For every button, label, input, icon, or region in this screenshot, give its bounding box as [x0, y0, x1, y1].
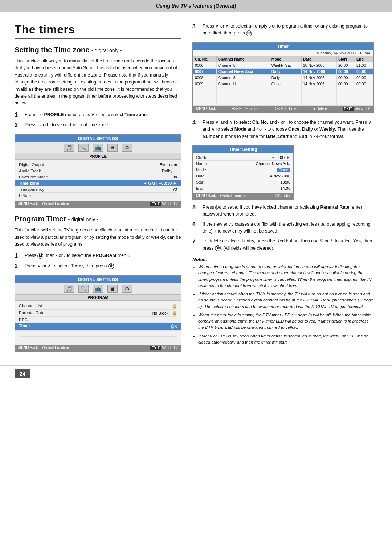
ds-icon-1: 🎵	[64, 144, 74, 152]
timer-col-ch: Ch. No.	[193, 56, 217, 62]
step-6: 6 If the new entry causes a conflict wit…	[192, 221, 374, 235]
ds-row-timer: Timer OK	[15, 323, 181, 331]
ok-circle-step5: OK	[215, 205, 221, 210]
ds-prog-icon-4: 🖥	[107, 285, 118, 293]
ds-row-epg: EPG	[19, 317, 177, 323]
steps-5-7: 5 Press OK to save. If you have locked c…	[192, 204, 374, 252]
ds-icon-2: 🔍	[78, 144, 89, 152]
ds-row-iplate: I-Plate	[19, 193, 177, 198]
section-time-zone: Setting the Time zone - digital only - T…	[15, 46, 181, 208]
ts-row-chno: Ch.No. ◄ 0007 ►	[196, 155, 290, 161]
ds-icons-row: 🎵 🔍 📺 🖥 ⚙	[15, 142, 181, 153]
ds-icons-row-program: 🎵 🔍 📺 🖥 ⚙	[15, 283, 181, 295]
program-timer-steps: 1 Press M, then ‹ or › to select the PRO…	[15, 252, 181, 270]
table-row: 0006 Channel 5 Weekly-Sat 18 Nov 2006 20…	[193, 62, 373, 68]
left-column: The timers Setting the Time zone - digit…	[15, 23, 181, 358]
ds-icon-5: ⚙	[122, 144, 132, 152]
ts-row-mode: Mode Once	[196, 167, 290, 173]
timer-table-footer: MENU Back ✦Select Function OK Edit Timer…	[193, 106, 373, 112]
ok-circle-timer-row: OK	[171, 324, 177, 329]
step-2-timezone: 2 Press ‹ and › to select the local time…	[15, 122, 181, 129]
ds-icon-4: 🖥	[107, 144, 118, 152]
ds-profile-footer: MENU Back ✦Select Function EXIT Watch TV	[15, 201, 181, 208]
ds-program-title-bar: DIGITAL SETTINGS	[15, 276, 181, 283]
ts-footer: MENU Back ✦Select Function OK Enter	[193, 193, 293, 199]
ds-prog-icon-2: 🔍	[78, 285, 89, 293]
page-title: The timers	[15, 23, 181, 39]
main-content: The timers Setting the Time zone - digit…	[0, 12, 392, 365]
ds-row-time-zone: Time zone ◄ GMT +08:30 ►	[15, 180, 181, 186]
ts-row-end: End 14:00	[196, 185, 290, 191]
step4-container: 4 Press ∨ and ∧ to select Ch. No. and ‹ …	[192, 119, 374, 140]
timer-col-name: Channel Name	[216, 56, 270, 62]
ds-prog-icon-5: ⚙	[122, 285, 132, 293]
timezone-body-text: This function allows you to manually set…	[15, 58, 181, 107]
ds-row-digital-output: Digital Output Bitstream	[19, 162, 177, 168]
ds-icon-3: 📺	[93, 144, 103, 152]
exit-key-program: EXIT	[150, 346, 161, 350]
program-timer-body: This function will set the TV to go to a…	[15, 227, 181, 248]
timer-date-row: Tuesday, 14 Nov 2006 06:44	[193, 50, 373, 56]
right-column: 3 Press ∨ or ∧ to select an empty slot t…	[192, 23, 374, 358]
timezone-steps: 1 From the PROFILE menu, press ∨ or ∧ to…	[15, 111, 181, 130]
ok-circle-step7: OK	[215, 245, 221, 251]
page-number-bar: 24	[0, 365, 392, 382]
notes-list: When a timed program is about to start, …	[192, 264, 374, 345]
timer-setting-screen: Timer Setting Ch.No. ◄ 0007 ►	[192, 145, 294, 200]
ds-row-parental-rate: Parental Rate No Block 🔒	[19, 310, 177, 317]
timer-setting-title: Timer Setting	[193, 146, 293, 153]
ds-row-empty1	[19, 331, 177, 337]
timer-table: Ch. No. Channel Name Mode Date Start End…	[193, 56, 373, 106]
table-row-highlighted: 0007 Channel News Asia Daily 14 Nov 2006…	[193, 68, 373, 74]
notes-section: Notes: When a timed program is about to …	[192, 257, 374, 345]
step-7: 7 To delete a selected entry, press the …	[192, 238, 374, 252]
timer-table-screen: Timer Tuesday, 14 Nov 2006 06:44 Ch. No.…	[192, 42, 374, 113]
ds-row-channel-list: Channel List 🔒	[19, 303, 177, 310]
menu-key-circle: M	[37, 253, 43, 259]
ds-row-empty2	[19, 337, 177, 342]
digital-settings-profile-screen: DIGITAL SETTINGS 🎵 🔍 📺 🖥 ⚙ PROFILE Digit…	[15, 134, 181, 208]
note-item: If timer action occurs when the TV is in…	[198, 291, 374, 310]
ok-circle-step3: OK	[246, 30, 252, 36]
ds-program-body: Channel List 🔒 Parental Rate No Block 🔒 …	[15, 301, 181, 345]
ds-section-label-profile: PROFILE	[15, 153, 181, 160]
ts-row-start: Start 13:00	[196, 179, 290, 185]
table-row-empty	[193, 99, 373, 105]
section-heading-program-timer: Program Timer - digital only -	[15, 215, 181, 223]
step-1-timezone: 1 From the PROFILE menu, press ∨ or ∧ to…	[15, 111, 181, 119]
ds-row-favourite-mode: Favourite Mode On	[19, 174, 177, 180]
timer-col-end: End	[355, 56, 373, 62]
step3-container: 3 Press ∨ or ∧ to select an empty slot t…	[192, 23, 374, 37]
table-row: 0008 Channel 8 Daily 14 Nov 2006 00:00 0…	[193, 74, 373, 81]
timer-setting-body: Ch.No. ◄ 0007 ► Name Channel News Asia	[193, 153, 293, 193]
timer-col-date: Date	[301, 56, 336, 62]
note-item: When a timed program is about to start, …	[198, 264, 374, 289]
ds-profile-body: Digital Output Bitstream Audio Track Dol…	[15, 160, 181, 201]
ok-circle-step2: OK	[108, 263, 114, 269]
step-4: 4 Press ∨ and ∧ to select Ch. No. and ‹ …	[192, 119, 374, 140]
ds-prog-icon-3: 📺	[93, 285, 103, 293]
header-title: Using the TV's features (General)	[156, 3, 236, 9]
section-heading-timezone: Setting the Time zone - digital only -	[15, 46, 181, 54]
ds-row-transparency: Transparency 70	[19, 186, 177, 193]
exit-key-timer: EXIT	[343, 107, 354, 111]
page-wrapper: Using the TV's features (General) The ti…	[0, 0, 392, 554]
step-3: 3 Press ∨ or ∧ to select an empty slot t…	[192, 23, 374, 37]
ds-prog-icon-1: 🎵	[64, 285, 74, 293]
page-header: Using the TV's features (General)	[0, 0, 392, 12]
step-5: 5 Press OK to save. If you have locked c…	[192, 204, 374, 218]
digital-settings-program-screen: DIGITAL SETTINGS 🎵 🔍 📺 🖥 ⚙ PROGRAM Chann…	[15, 275, 181, 352]
ds-row-audio-track: Audio Track Dolby ...	[19, 168, 177, 174]
note-item: When the timer table is empty, the DTV t…	[198, 312, 374, 331]
table-row: 0009 Channel U Once 14 Nov 2006 00:00 00…	[193, 81, 373, 87]
section-program-timer: Program Timer - digital only - This func…	[15, 215, 181, 352]
step-2-program: 2 Press ∨ or ∧ to select Timer, then pre…	[15, 263, 181, 270]
timer-col-start: Start	[337, 56, 355, 62]
ds-program-footer: MENU Back ✦Select Function EXIT Watch TV	[15, 345, 181, 352]
ts-row-date: Date 14 Nov 2006	[196, 173, 290, 179]
timer-table-title: Timer	[193, 43, 373, 50]
timer-col-mode: Mode	[270, 56, 301, 62]
step-1-program: 1 Press M, then ‹ or › to select the PRO…	[15, 252, 181, 260]
table-row-empty	[193, 93, 373, 99]
note-item: If Menu or EPG is still open when timer …	[198, 333, 374, 346]
